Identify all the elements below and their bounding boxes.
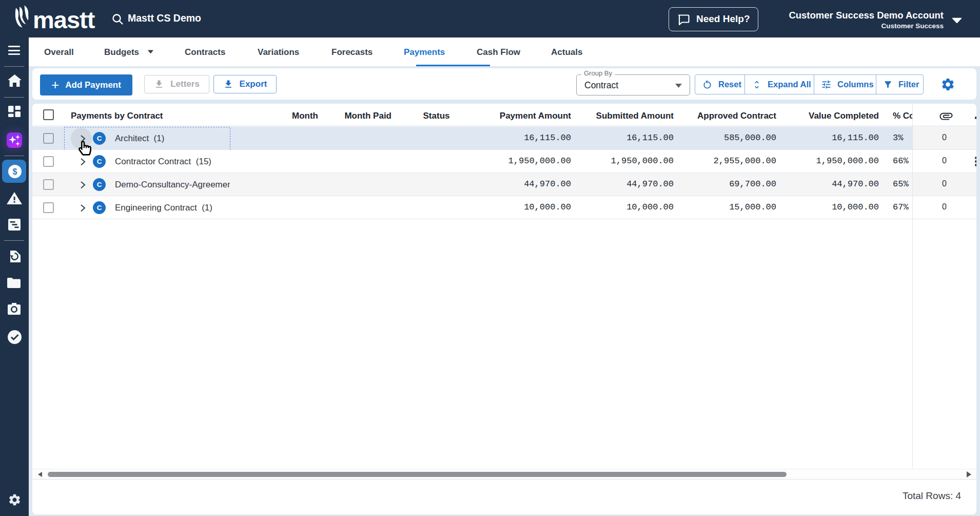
svg-text:$: $	[13, 167, 17, 176]
